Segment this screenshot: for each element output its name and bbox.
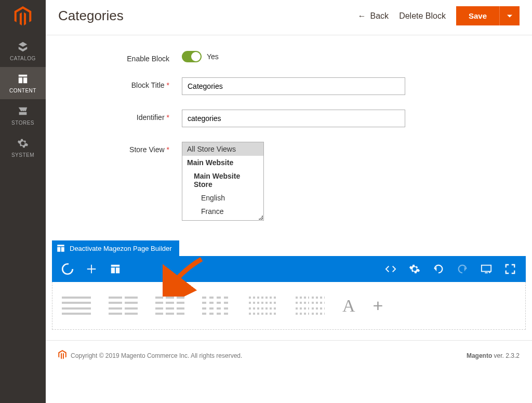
store-view-select[interactable]: All Store Views Main Website Main Websit… [182,142,264,221]
layout-3col-block[interactable] [155,297,184,315]
sidebar-item-system[interactable]: SYSTEM [0,131,46,164]
pagebuilder-undo-button[interactable] [430,261,447,277]
pagebuilder-redo-button[interactable] [454,261,471,277]
identifier-input[interactable] [182,110,405,127]
admin-sidebar: CATALOG CONTENT STORES SYSTEM [0,0,46,403]
store-view-option[interactable]: France [182,205,263,218]
magento-small-logo-icon [58,350,66,361]
sidebar-item-stores[interactable]: STORES [0,99,46,131]
save-button[interactable]: Save [456,6,499,25]
block-form: Enable Block Yes Block Title* Identifier… [46,35,532,240]
store-view-option[interactable]: Main Website [182,156,263,169]
label-enable-block: Enable Block [58,51,182,63]
sidebar-item-catalog[interactable]: CATALOG [0,35,46,67]
page-header: Categories ← Back Delete Block Save [46,0,532,35]
delete-block-button[interactable]: Delete Block [399,11,446,21]
deactivate-pagebuilder-button[interactable]: Deactivate Magezon Page Builder [52,240,179,256]
label-identifier: Identifier* [58,110,182,122]
pagebuilder-viewport-button[interactable] [478,261,495,277]
layout-dotted-block[interactable] [202,297,231,315]
layout-2col-block[interactable] [109,297,138,315]
store-view-option[interactable]: Main Website Store [182,169,263,191]
text-element-button[interactable]: A [342,296,355,316]
layout-1col-block[interactable] [62,297,91,315]
store-view-option[interactable]: All Store Views [182,142,263,156]
svg-rect-1 [482,265,491,272]
add-element-button[interactable]: + [373,295,383,316]
layout-dashed-block[interactable] [249,297,278,315]
sidebar-item-label: STORES [11,120,34,126]
sidebar-item-content[interactable]: CONTENT [0,67,46,99]
store-view-option[interactable]: English [182,191,263,205]
enable-block-toggle[interactable] [182,51,202,62]
pagebuilder-toolbar [52,256,526,282]
magento-logo-icon [14,6,32,28]
label-block-title: Block Title* [58,77,182,89]
page-title: Categories [58,8,358,24]
enable-block-value: Yes [207,52,219,61]
pagebuilder-fullscreen-button[interactable] [502,261,518,277]
pagebuilder-add-button[interactable] [83,261,100,277]
label-store-view: Store View* [58,142,182,154]
layout-icon [56,244,65,253]
pagebuilder-spinner-icon[interactable] [59,261,76,277]
pagebuilder-canvas[interactable]: A + [52,282,526,330]
sidebar-item-label: CONTENT [9,88,36,93]
back-label: Back [370,11,389,21]
resize-handle-icon[interactable] [258,214,263,220]
pagebuilder-code-button[interactable] [382,261,399,277]
chevron-down-icon [507,13,513,19]
arrow-left-icon: ← [358,11,366,21]
page-footer: Copyright © 2019 Magento Commerce Inc. A… [46,340,532,361]
pagebuilder-settings-button[interactable] [406,261,423,277]
save-dropdown-toggle[interactable] [499,6,520,25]
main-panel: Categories ← Back Delete Block Save Ena [46,0,532,403]
svg-point-0 [62,264,73,274]
footer-version: Magento ver. 2.3.2 [467,352,520,359]
back-button[interactable]: ← Back [358,11,389,21]
layout-mixed-block[interactable] [296,297,325,315]
footer-copyright: Copyright © 2019 Magento Commerce Inc. A… [71,352,242,359]
deactivate-pagebuilder-label: Deactivate Magezon Page Builder [70,245,172,252]
pagebuilder-templates-button[interactable] [107,261,124,277]
sidebar-item-label: SYSTEM [11,152,34,158]
block-title-input[interactable] [182,77,405,95]
sidebar-item-label: CATALOG [10,56,36,61]
